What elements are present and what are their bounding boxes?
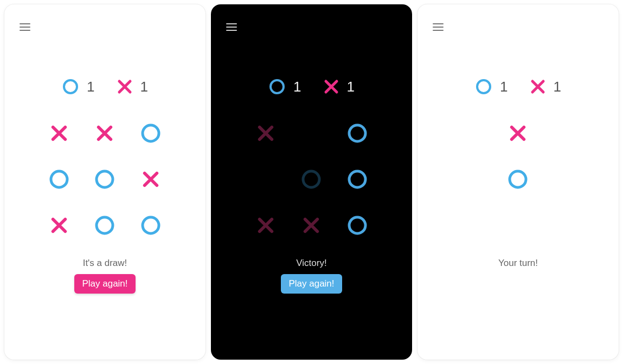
x-icon bbox=[530, 79, 546, 95]
svg-point-11 bbox=[477, 80, 490, 93]
game-screen-victory: 1 1 Victory! Play again! bbox=[211, 4, 412, 360]
board-cell bbox=[335, 202, 381, 248]
board-cell bbox=[82, 157, 128, 203]
board-cell bbox=[36, 157, 82, 203]
scoreboard: 1 1 bbox=[62, 78, 148, 95]
circle-icon bbox=[62, 78, 79, 95]
svg-point-5 bbox=[143, 217, 159, 233]
svg-point-7 bbox=[349, 125, 365, 141]
board-cell bbox=[288, 157, 335, 203]
x-icon bbox=[256, 124, 275, 142]
svg-point-0 bbox=[64, 80, 77, 93]
svg-point-10 bbox=[349, 217, 365, 233]
circle-icon bbox=[300, 168, 322, 190]
game-board bbox=[449, 110, 587, 248]
circle-icon bbox=[346, 168, 368, 190]
score-x: 1 bbox=[323, 79, 355, 95]
circle-icon bbox=[346, 214, 368, 236]
circle-icon bbox=[475, 78, 492, 95]
hamburger-menu-icon[interactable] bbox=[20, 20, 35, 35]
circle-icon bbox=[94, 168, 115, 190]
board-cell bbox=[243, 157, 289, 203]
score-x-value: 1 bbox=[347, 79, 355, 95]
board-cell[interactable] bbox=[495, 157, 541, 203]
circle-icon bbox=[140, 214, 162, 236]
x-icon bbox=[509, 124, 527, 142]
svg-point-8 bbox=[303, 171, 319, 187]
x-icon bbox=[95, 124, 114, 142]
hamburger-menu-icon[interactable] bbox=[226, 20, 241, 35]
circle-icon bbox=[48, 168, 70, 190]
x-icon bbox=[50, 124, 68, 142]
circle-icon bbox=[140, 122, 162, 144]
x-icon bbox=[142, 170, 160, 188]
status-text: It's a draw! bbox=[83, 258, 127, 269]
svg-point-6 bbox=[271, 80, 284, 93]
board-cell[interactable] bbox=[449, 110, 496, 157]
score-x-value: 1 bbox=[554, 79, 561, 95]
board-cell[interactable] bbox=[495, 110, 541, 157]
board-cell bbox=[243, 110, 289, 157]
game-screen-your-turn: 1 1 Your turn! bbox=[418, 4, 619, 360]
status-text: Your turn! bbox=[498, 258, 538, 269]
board-cell bbox=[288, 202, 335, 248]
board-cell bbox=[288, 110, 335, 157]
score-o-value: 1 bbox=[293, 79, 301, 95]
status-text: Victory! bbox=[296, 258, 326, 269]
board-cell bbox=[243, 202, 289, 248]
board-cell bbox=[82, 110, 128, 157]
game-board bbox=[243, 110, 381, 248]
x-icon bbox=[117, 79, 133, 95]
game-screen-draw: 1 1 It's a draw! Play again! bbox=[4, 4, 205, 360]
score-o: 1 bbox=[62, 78, 94, 95]
hamburger-menu-icon[interactable] bbox=[433, 20, 448, 35]
score-x: 1 bbox=[530, 79, 561, 95]
board-cell bbox=[82, 202, 128, 248]
circle-icon bbox=[507, 168, 529, 190]
board-cell bbox=[128, 202, 174, 248]
circle-icon bbox=[94, 214, 115, 236]
svg-point-4 bbox=[97, 217, 113, 233]
board-cell bbox=[335, 110, 381, 157]
play-again-button[interactable]: Play again! bbox=[74, 274, 135, 294]
svg-point-1 bbox=[143, 125, 159, 141]
board-cell bbox=[128, 157, 174, 203]
svg-point-12 bbox=[510, 171, 526, 187]
svg-point-3 bbox=[97, 171, 113, 187]
x-icon bbox=[256, 216, 275, 235]
play-again-button[interactable]: Play again! bbox=[281, 274, 342, 294]
score-x-value: 1 bbox=[140, 79, 148, 95]
board-cell[interactable] bbox=[541, 110, 587, 157]
svg-point-9 bbox=[349, 171, 365, 187]
score-o: 1 bbox=[268, 78, 301, 95]
board-cell bbox=[128, 110, 174, 157]
x-icon bbox=[50, 216, 68, 235]
board-cell[interactable] bbox=[449, 202, 496, 248]
score-o-value: 1 bbox=[87, 79, 94, 95]
board-cell[interactable] bbox=[495, 202, 541, 248]
board-cell bbox=[335, 157, 381, 203]
x-icon bbox=[302, 216, 320, 235]
score-o-value: 1 bbox=[500, 79, 508, 95]
game-board bbox=[36, 110, 174, 248]
circle-icon bbox=[268, 78, 286, 95]
scoreboard: 1 1 bbox=[268, 78, 355, 95]
x-icon bbox=[323, 79, 339, 95]
board-cell[interactable] bbox=[541, 202, 587, 248]
scoreboard: 1 1 bbox=[475, 78, 561, 95]
score-o: 1 bbox=[475, 78, 508, 95]
score-x: 1 bbox=[117, 79, 148, 95]
board-cell[interactable] bbox=[449, 157, 496, 203]
svg-point-2 bbox=[51, 171, 67, 187]
board-cell bbox=[36, 202, 82, 248]
circle-icon bbox=[346, 122, 368, 144]
board-cell[interactable] bbox=[541, 157, 587, 203]
board-cell bbox=[36, 110, 82, 157]
